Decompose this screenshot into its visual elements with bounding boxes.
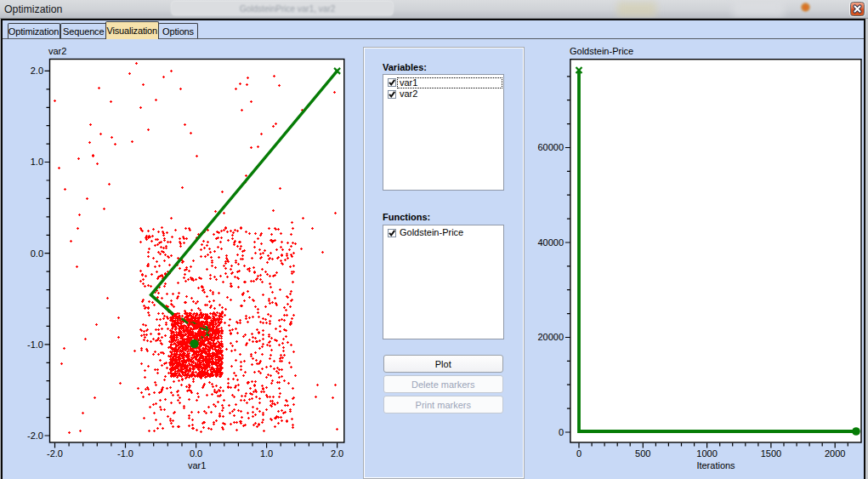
svg-text:0: 0 bbox=[576, 448, 582, 459]
svg-text:var2: var2 bbox=[48, 46, 66, 56]
svg-text:-1.0: -1.0 bbox=[27, 339, 43, 350]
svg-text:Iterations: Iterations bbox=[696, 460, 735, 470]
svg-text:Goldstein-Price: Goldstein-Price bbox=[570, 46, 633, 56]
svg-text:1500: 1500 bbox=[761, 448, 781, 459]
svg-text:0.0: 0.0 bbox=[31, 248, 43, 259]
svg-text:2000: 2000 bbox=[825, 448, 845, 459]
svg-text:20000: 20000 bbox=[537, 332, 564, 342]
svg-text:var1: var1 bbox=[188, 460, 206, 470]
svg-text:500: 500 bbox=[635, 448, 650, 459]
svg-text:60000: 60000 bbox=[537, 142, 564, 152]
svg-text:1.0: 1.0 bbox=[260, 448, 273, 459]
svg-text:0: 0 bbox=[559, 427, 564, 437]
svg-text:1000: 1000 bbox=[696, 448, 717, 459]
svg-text:-2.0: -2.0 bbox=[27, 431, 43, 441]
svg-text:1.0: 1.0 bbox=[31, 157, 43, 167]
svg-text:40000: 40000 bbox=[537, 237, 564, 248]
svg-text:2.0: 2.0 bbox=[331, 448, 343, 459]
svg-text:2.0: 2.0 bbox=[31, 66, 43, 76]
svg-text:-2.0: -2.0 bbox=[47, 448, 63, 459]
svg-text:-1.0: -1.0 bbox=[117, 448, 133, 459]
svg-text:0.0: 0.0 bbox=[190, 448, 202, 459]
